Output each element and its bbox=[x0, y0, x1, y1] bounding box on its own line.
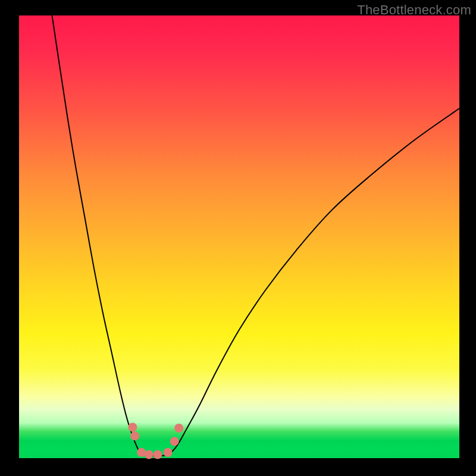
marker-dot bbox=[130, 431, 139, 440]
marker-dot bbox=[145, 450, 154, 459]
curve-path bbox=[52, 15, 460, 456]
marker-dot bbox=[170, 437, 179, 446]
chart-frame: TheBottleneck.com bbox=[0, 0, 476, 476]
marker-dot bbox=[174, 424, 183, 433]
marker-dot bbox=[154, 450, 162, 459]
watermark-text: TheBottleneck.com bbox=[357, 2, 471, 18]
bottleneck-curve bbox=[52, 15, 460, 456]
plot-area bbox=[19, 15, 459, 458]
curve-layer bbox=[19, 15, 459, 458]
marker-dot bbox=[164, 448, 173, 457]
curve-markers bbox=[128, 422, 183, 459]
marker-dot bbox=[128, 422, 137, 431]
